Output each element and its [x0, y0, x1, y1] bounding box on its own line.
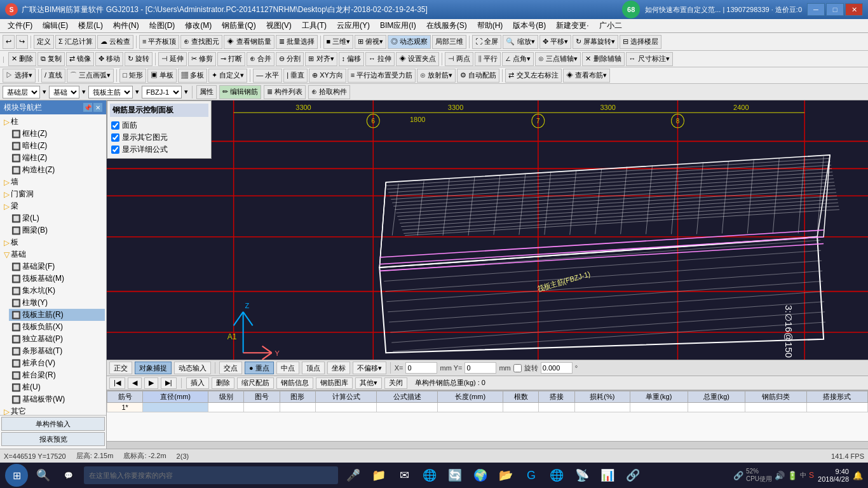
task-clock[interactable]: 9:40 2018/4/28: [818, 468, 849, 483]
dynamic-view-button[interactable]: ◎ 动态观察: [388, 35, 431, 49]
tree-item-main-beam[interactable]: 🔲梁(L): [9, 212, 105, 224]
taskbar-icon-1[interactable]: 🔍: [33, 465, 53, 485]
horizontal-button[interactable]: — 水平: [253, 69, 282, 83]
two-point-button[interactable]: ⊣ 两点: [445, 52, 473, 66]
tree-item-cap-beam[interactable]: 🔲桩台梁(R): [9, 369, 105, 381]
rb-prev-button[interactable]: ◀: [128, 377, 142, 389]
taskbar-app11[interactable]: 🔗: [623, 465, 643, 485]
menu-item-B[interactable]: 版本号(B): [508, 19, 551, 33]
component-type-select[interactable]: 基础: [49, 86, 79, 98]
tree-item-struct-column[interactable]: 🔲构造柱(Z): [9, 164, 105, 176]
menu-item-E[interactable]: 编辑(E): [37, 19, 73, 33]
coord-button[interactable]: 坐标: [327, 362, 350, 374]
fullscreen-button[interactable]: ⛶ 全屏: [472, 35, 501, 49]
tree-item-other[interactable]: ▷ 其它: [1, 405, 105, 415]
start-button[interactable]: ⊞: [5, 464, 28, 487]
rb-first-button[interactable]: |◀: [109, 377, 125, 389]
dynamic-input-button[interactable]: 动态输入: [174, 362, 211, 374]
no-offset-button[interactable]: 不偏移▾: [353, 362, 386, 374]
tree-item-sump[interactable]: 🔲集水坑(K): [9, 285, 105, 297]
tree-item-column[interactable]: ▷ 柱: [1, 116, 105, 128]
redo-button[interactable]: ↪: [16, 35, 28, 49]
tree-item-strip-foundation[interactable]: 🔲条形基础(T): [9, 345, 105, 357]
find-element-button[interactable]: ⊕ 查找图元: [180, 35, 222, 49]
select-button[interactable]: ▷ 选择▾: [3, 69, 36, 83]
tree-item-frame-column[interactable]: 🔲框柱(Z): [9, 128, 105, 140]
floor-select[interactable]: 基础层: [3, 86, 40, 98]
tree-item-end-column[interactable]: 🔲端柱(Z): [9, 152, 105, 164]
menu-item-BIMI[interactable]: BIM应用(I): [375, 19, 421, 33]
split-button[interactable]: ⊖ 分割: [276, 52, 304, 66]
rotate-button[interactable]: ↻ 旋转: [125, 52, 153, 66]
object-snap-button[interactable]: 对象捕捉: [135, 362, 172, 374]
maximize-button[interactable]: □: [826, 3, 844, 16]
auto-rebar-button[interactable]: ⚙ 自动配筋: [457, 69, 499, 83]
tree-item-raft-foundation[interactable]: 🔲筏板基础(M): [9, 273, 105, 285]
single-component-button[interactable]: 单构件输入: [1, 417, 105, 431]
tree-item-foundation[interactable]: ▽ 基础: [1, 248, 105, 261]
tree-item-beam[interactable]: ▷ 梁: [1, 200, 105, 212]
rb-info-button[interactable]: 钢筋信息: [276, 377, 313, 389]
rebar-face-checkbox[interactable]: [111, 121, 119, 130]
parallel-button[interactable]: ∥ 平行: [475, 52, 501, 66]
battery-icon[interactable]: 🔋: [787, 471, 797, 480]
point-angle-button[interactable]: ∠ 点角▾: [502, 52, 534, 66]
orthogonal-button[interactable]: 正交: [109, 362, 132, 374]
delete-button[interactable]: ✕ 删除: [8, 52, 36, 66]
multi-slab-button[interactable]: ▦ 多板: [178, 69, 207, 83]
report-preview-button[interactable]: 报表预览: [1, 432, 105, 446]
rotate-input[interactable]: [541, 362, 573, 374]
volume-icon[interactable]: 🔊: [775, 471, 785, 480]
align-top-button[interactable]: ≡ 平齐板顶: [139, 35, 179, 49]
taskbar-mic-icon[interactable]: 🎤: [343, 465, 363, 485]
tree-item-raft-main-rebar[interactable]: 🔲筏板主筋(R): [9, 309, 105, 321]
taskbar-app9[interactable]: 📡: [572, 465, 592, 485]
tree-item-column-cap[interactable]: 🔲柱墩(Y): [9, 297, 105, 309]
rect-button[interactable]: □ 矩形: [119, 69, 146, 83]
rb-scale-button[interactable]: 缩尺配筋: [237, 377, 274, 389]
nav-close-button[interactable]: ✕: [93, 103, 102, 112]
rotate-screen-button[interactable]: ↻ 屏幕旋转▾: [573, 35, 618, 49]
taskbar-app6[interactable]: 📂: [496, 465, 516, 485]
taskbar-app10[interactable]: 📊: [597, 465, 618, 485]
rb-other-button[interactable]: 其他▾: [355, 377, 382, 389]
break-button[interactable]: ⊸ 打断: [217, 52, 245, 66]
minimize-button[interactable]: ─: [807, 3, 825, 16]
menu-item-F[interactable]: 文件(F): [3, 19, 37, 33]
taskbar-app2[interactable]: ✉: [394, 465, 414, 485]
vertex-button[interactable]: 顶点: [302, 362, 325, 374]
tree-item-isolated-foundation[interactable]: 🔲独立基础(P): [9, 333, 105, 345]
menu-item-D[interactable]: 绘图(D): [144, 19, 180, 33]
midpt-button[interactable]: 中点: [276, 362, 299, 374]
offset-button[interactable]: ↕ 偏移: [339, 52, 365, 66]
radial-rebar-button[interactable]: ⊙ 放射筋▾: [417, 69, 456, 83]
trim-button[interactable]: ✂ 修剪: [188, 52, 216, 66]
tree-item-pile-cap[interactable]: 🔲桩承台(V): [9, 357, 105, 369]
rebar-check-show-other[interactable]: 显示其它图元: [110, 132, 208, 144]
rebar-check-face[interactable]: 面筋: [110, 119, 208, 132]
menu-item-L[interactable]: 楼层(L): [73, 19, 108, 33]
menu-item-S[interactable]: 在线服务(S): [421, 19, 472, 33]
local-3d-button[interactable]: 局部三维: [432, 35, 466, 49]
tree-item-raft-neg-rebar[interactable]: 🔲筏板负筋(X): [9, 321, 105, 333]
menu-item-Y[interactable]: 云应用(Y): [332, 19, 375, 33]
menu-item-T[interactable]: 工具(T): [297, 19, 332, 33]
pick-component-button[interactable]: ⊕ 拾取构件: [308, 85, 350, 99]
menu-item-V[interactable]: 视图(V): [261, 19, 297, 33]
rotate-checkbox[interactable]: [513, 364, 522, 372]
component-list-button[interactable]: ≣ 构件列表: [264, 85, 306, 99]
copy-button[interactable]: ⧉ 复制: [37, 52, 65, 66]
tree-item-door[interactable]: ▷ 门窗洞: [1, 188, 105, 200]
top-view-button[interactable]: ⊞ 俯视▾: [355, 35, 386, 49]
notification-icon[interactable]: 🔔: [853, 471, 863, 480]
midpoint-button[interactable]: ● 重点: [245, 362, 274, 374]
taskbar-search[interactable]: [84, 466, 338, 484]
undo-button[interactable]: ↩: [3, 35, 15, 49]
menu-item-N[interactable]: 构件(N): [108, 19, 144, 33]
tree-item-foundation-beam[interactable]: 🔲基础梁(F): [9, 261, 105, 273]
properties-button[interactable]: 属性: [196, 85, 217, 99]
tree-item-slab[interactable]: ▷ 板: [1, 236, 105, 248]
move-button[interactable]: ✥ 移动: [95, 52, 123, 66]
parallel-rebar-button[interactable]: ≡ 平行边布置受力筋: [348, 69, 416, 83]
cross-lr-button[interactable]: ⇄ 交叉左右标注: [505, 69, 561, 83]
